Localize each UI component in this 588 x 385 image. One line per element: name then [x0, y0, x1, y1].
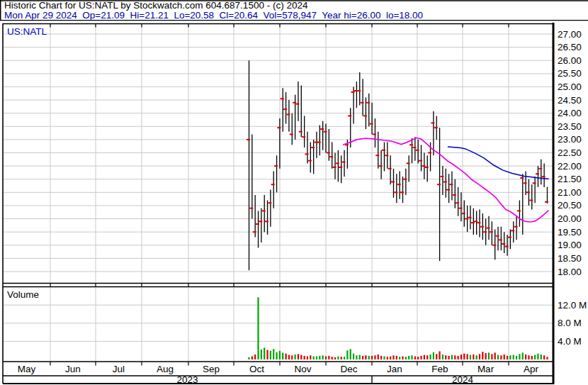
- close-tick: [391, 181, 395, 182]
- volume-bar: [298, 354, 299, 359]
- close-tick: [262, 210, 266, 211]
- volume-bar: [316, 357, 317, 359]
- close-tick: [434, 127, 438, 128]
- volume-bar: [362, 356, 363, 359]
- close-tick: [311, 147, 315, 148]
- close-tick: [524, 182, 527, 184]
- month-label: Aug: [157, 364, 174, 374]
- volume-bar: [500, 355, 502, 359]
- close-tick: [256, 223, 259, 225]
- price-bars: [247, 60, 548, 270]
- close-tick: [375, 155, 379, 156]
- volume-bars: [248, 297, 548, 359]
- volume-bar: [473, 355, 474, 359]
- volume-bar: [396, 356, 397, 359]
- month-label: May: [18, 364, 36, 374]
- volume-bar: [337, 357, 339, 359]
- volume-bar: [282, 352, 283, 359]
- close-tick: [502, 243, 505, 245]
- price-axis-label: 22.50: [558, 147, 582, 158]
- volume-bar: [341, 357, 342, 359]
- volume-bar: [522, 352, 524, 359]
- close-tick: [496, 235, 499, 237]
- price-axis-label: 21.00: [558, 187, 582, 198]
- volume-bar: [479, 354, 480, 359]
- volume-axis-labels: 12.0 M8.0 M4.0 M: [558, 300, 587, 347]
- close-tick: [462, 213, 465, 214]
- volume-bar: [325, 357, 327, 359]
- close-tick: [449, 184, 453, 185]
- volume-bar: [273, 349, 274, 359]
- volume-bar: [261, 350, 262, 359]
- month-label: Sep: [203, 364, 220, 374]
- volume-bar: [507, 356, 508, 359]
- volume-bar: [392, 355, 394, 359]
- volume-bar: [346, 350, 348, 359]
- close-tick: [379, 165, 383, 167]
- volume-bar: [491, 354, 492, 359]
- volume-bar: [509, 355, 511, 359]
- volume-bar: [359, 355, 361, 359]
- chart-right-border: [553, 23, 555, 384]
- close-tick: [324, 131, 327, 133]
- month-label: Nov: [294, 364, 311, 374]
- year-label: 2024: [452, 374, 474, 385]
- close-tick: [400, 191, 404, 193]
- volume-bar: [390, 357, 391, 359]
- volume-gridlines: [4, 305, 553, 341]
- month-label: Jul: [113, 364, 125, 374]
- close-tick: [249, 208, 253, 209]
- volume-bar: [291, 355, 293, 359]
- close-tick: [446, 189, 450, 191]
- close-tick: [499, 239, 502, 240]
- close-tick: [290, 133, 293, 135]
- month-label: Mar: [477, 364, 494, 374]
- close-tick: [487, 228, 490, 229]
- volume-bar: [463, 354, 465, 359]
- close-tick: [453, 194, 456, 196]
- close-tick: [422, 165, 425, 167]
- close-tick: [339, 167, 342, 168]
- close-tick: [348, 115, 351, 116]
- volume-bar: [454, 355, 456, 359]
- volume-bar: [460, 355, 462, 359]
- volume-bar: [448, 356, 450, 359]
- volume-bar: [387, 357, 388, 359]
- close-tick: [468, 217, 471, 218]
- volume-bar: [482, 352, 483, 359]
- close-tick: [403, 179, 407, 180]
- close-tick: [274, 165, 278, 167]
- volume-bar: [534, 355, 536, 359]
- volume-bar: [445, 355, 446, 359]
- volume-bar: [353, 354, 354, 359]
- close-tick: [277, 127, 281, 128]
- volume-bar: [411, 355, 412, 359]
- volume-bar: [467, 354, 468, 359]
- volume-bar: [405, 357, 407, 359]
- volume-bar: [537, 354, 538, 359]
- volume-bar: [251, 357, 253, 359]
- volume-bar: [371, 356, 373, 359]
- volume-bar: [285, 354, 286, 359]
- price-axis-label: 18.00: [558, 267, 582, 277]
- volume-bar: [525, 355, 526, 359]
- volume-bar: [310, 355, 311, 359]
- volume-bar: [365, 355, 366, 359]
- close-tick: [253, 231, 256, 233]
- volume-bar: [270, 351, 271, 359]
- volume-bar: [334, 357, 336, 359]
- volume-panel-label: Volume: [7, 289, 39, 300]
- volume-bar: [344, 357, 345, 359]
- close-tick: [271, 184, 275, 185]
- close-tick: [431, 122, 434, 123]
- close-tick: [529, 200, 533, 201]
- volume-bar: [383, 357, 385, 359]
- close-tick: [299, 131, 303, 133]
- volume-bar: [368, 356, 370, 359]
- close-tick: [505, 246, 509, 247]
- close-tick: [465, 218, 468, 220]
- volume-bar: [276, 352, 277, 359]
- close-tick: [471, 222, 475, 223]
- price-axis-label: 23.00: [558, 134, 582, 145]
- volume-bar: [458, 356, 459, 359]
